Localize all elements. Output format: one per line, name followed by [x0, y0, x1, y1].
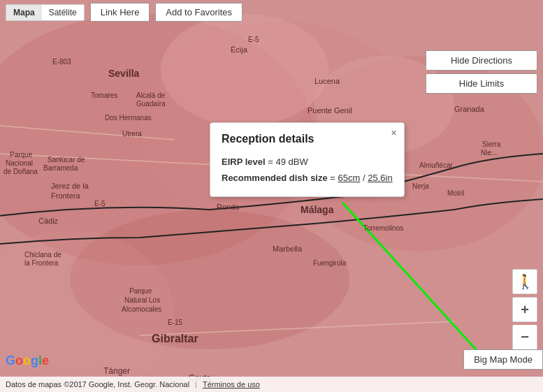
svg-text:Alcalá de: Alcalá de — [136, 92, 166, 99]
svg-text:Frontera: Frontera — [51, 191, 80, 200]
svg-text:Tomares: Tomares — [91, 92, 117, 99]
zoom-in-icon: + — [521, 302, 529, 318]
right-buttons: Hide Directions Hide Limits — [426, 50, 537, 94]
svg-point-4 — [161, 14, 328, 126]
svg-text:Almuñécar: Almuñécar — [419, 161, 453, 169]
svg-text:E-803: E-803 — [52, 58, 71, 66]
google-g: G — [6, 354, 15, 368]
svg-text:E-5: E-5 — [248, 36, 259, 43]
svg-text:Ronda: Ronda — [217, 203, 240, 211]
svg-text:de Doñana: de Doñana — [3, 168, 38, 175]
svg-text:Torremolinos: Torremolinos — [363, 224, 403, 232]
svg-text:Jerez de la: Jerez de la — [51, 182, 89, 190]
eirp-label: EIRP level — [222, 157, 266, 167]
svg-text:Nie...: Nie... — [481, 149, 497, 157]
dish-label: Recommended dish size — [222, 173, 328, 183]
dish-equals: = — [330, 173, 338, 183]
svg-text:Dos Hermanas: Dos Hermanas — [105, 114, 152, 122]
svg-text:Sevilla: Sevilla — [108, 68, 140, 79]
dish-value-in[interactable]: 25.6in — [368, 173, 392, 183]
eirp-line: EIRP level = 49 dBW — [222, 154, 393, 170]
svg-text:Motril: Motril — [447, 189, 464, 197]
svg-text:Fuengirola: Fuengirola — [313, 259, 347, 267]
svg-text:Utrera: Utrera — [122, 130, 142, 138]
svg-text:Guadaíra: Guadaíra — [136, 100, 166, 108]
map-data-attribution: Datos de mapas ©2017 Google, Inst. Geogr… — [6, 380, 189, 389]
popup-title: Reception details — [222, 133, 393, 145]
zoom-out-icon: − — [521, 329, 529, 345]
svg-text:Sierra: Sierra — [482, 140, 501, 148]
svg-text:E-5: E-5 — [94, 200, 106, 208]
google-o2: o — [23, 354, 31, 368]
svg-text:Gibraltar: Gibraltar — [152, 333, 198, 344]
terms-of-use-link[interactable]: Términos de uso — [203, 380, 260, 389]
zoom-in-button[interactable]: + — [512, 297, 537, 322]
link-here-button[interactable]: Link Here — [90, 3, 150, 22]
svg-text:Sanlúcar de: Sanlúcar de — [48, 156, 85, 164]
svg-text:Parque: Parque — [129, 287, 152, 295]
attribution-separator: | — [195, 380, 197, 389]
hide-directions-button[interactable]: Hide Directions — [426, 50, 537, 71]
popup-body: EIRP level = 49 dBW Recommended dish siz… — [222, 154, 393, 187]
zoom-out-button[interactable]: − — [512, 325, 537, 350]
google-o1: o — [15, 354, 23, 368]
eirp-value: = 49 dBW — [268, 157, 307, 167]
dish-value-cm[interactable]: 65cm — [338, 173, 361, 183]
svg-text:Alcornocales: Alcornocales — [122, 305, 161, 313]
svg-text:Écija: Écija — [231, 45, 248, 54]
svg-text:E-15: E-15 — [168, 319, 183, 326]
svg-text:Puente Genil: Puente Genil — [307, 106, 352, 115]
pegman-button[interactable]: 🚶 — [512, 269, 537, 294]
svg-text:Cádiz: Cádiz — [38, 217, 59, 225]
map-container: Sevilla E-803 E-5 Écija Lucena Puente Ge… — [0, 0, 543, 392]
svg-text:Nacional: Nacional — [6, 159, 33, 167]
map-type-toggle: Mapa Satélite — [6, 4, 85, 21]
dish-line: Recommended dish size = 65cm / 25.6in — [222, 170, 393, 186]
attribution-bar: Datos de mapas ©2017 Google, Inst. Geogr… — [0, 377, 543, 392]
svg-text:la Frontera: la Frontera — [24, 259, 59, 267]
svg-text:Málaga: Málaga — [301, 204, 334, 215]
reception-popup: × Reception details EIRP level = 49 dBW … — [210, 122, 405, 197]
svg-text:Marbella: Marbella — [273, 245, 303, 253]
popup-close-button[interactable]: × — [391, 127, 396, 138]
svg-text:Lucena: Lucena — [314, 77, 340, 85]
add-favorites-button[interactable]: Add to Favorites — [155, 3, 242, 22]
big-map-mode-button[interactable]: Big Map Mode — [463, 349, 543, 370]
google-logo: Google — [6, 354, 49, 368]
svg-text:Barrameda: Barrameda — [43, 164, 78, 172]
pegman-icon: 🚶 — [516, 273, 534, 290]
map-type-mapa[interactable]: Mapa — [6, 5, 42, 20]
svg-text:Chiclana de: Chiclana de — [24, 251, 61, 259]
top-bar: Mapa Satélite Link Here Add to Favorites — [0, 0, 543, 24]
svg-text:Parque: Parque — [10, 151, 33, 159]
svg-text:Natural Los: Natural Los — [124, 296, 160, 304]
svg-text:Granada: Granada — [454, 105, 485, 113]
google-g2: g — [31, 354, 38, 368]
bottom-right-controls: 🚶 + − — [512, 269, 537, 350]
svg-text:Nerja: Nerja — [412, 182, 429, 190]
google-e: e — [42, 354, 49, 368]
svg-text:Tánger: Tánger — [103, 366, 130, 376]
map-type-satelite[interactable]: Satélite — [42, 5, 84, 20]
hide-limits-button[interactable]: Hide Limits — [426, 73, 537, 94]
